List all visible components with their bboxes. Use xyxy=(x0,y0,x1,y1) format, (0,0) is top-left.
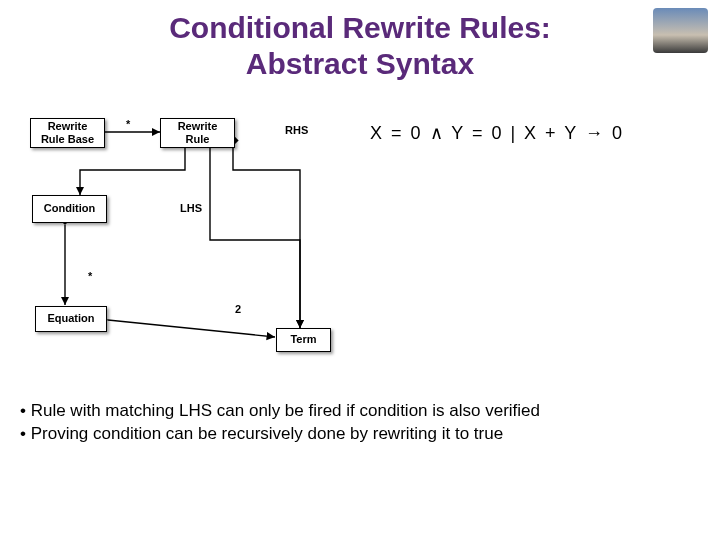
bullet-list: • Rule with matching LHS can only be fir… xyxy=(20,400,700,446)
bullet-2: • Proving condition can be recursively d… xyxy=(20,423,700,446)
node-equation: Equation xyxy=(35,306,107,332)
multiplicity-star-2: * xyxy=(88,270,92,282)
example-rule-text: X = 0 ∧ Y = 0 | X + Y → 0 xyxy=(370,122,624,144)
multiplicity-star-1: * xyxy=(126,118,130,130)
node-term: Term xyxy=(276,328,331,352)
node-label: Condition xyxy=(44,202,95,215)
edge-label-lhs: LHS xyxy=(180,202,202,214)
bullet-1: • Rule with matching LHS can only be fir… xyxy=(20,400,700,423)
svg-line-2 xyxy=(108,320,275,337)
node-label: Rewrite Rule xyxy=(165,120,230,146)
slide-title: Conditional Rewrite Rules: Abstract Synt… xyxy=(0,0,720,82)
node-condition: Condition xyxy=(32,195,107,223)
syntax-diagram: Rewrite Rule Base Rewrite Rule Condition… xyxy=(0,110,720,370)
diagram-connectors xyxy=(0,110,720,370)
multiplicity-two: 2 xyxy=(235,303,241,315)
node-label: Rewrite Rule Base xyxy=(35,120,100,146)
logo-image xyxy=(653,8,708,53)
node-label: Equation xyxy=(47,312,94,325)
node-rewrite-rule: Rewrite Rule xyxy=(160,118,235,148)
node-rewrite-rule-base: Rewrite Rule Base xyxy=(30,118,105,148)
title-line-2: Abstract Syntax xyxy=(246,47,474,80)
title-line-1: Conditional Rewrite Rules: xyxy=(169,11,551,44)
edge-label-rhs: RHS xyxy=(285,124,308,136)
node-label: Term xyxy=(290,333,316,346)
